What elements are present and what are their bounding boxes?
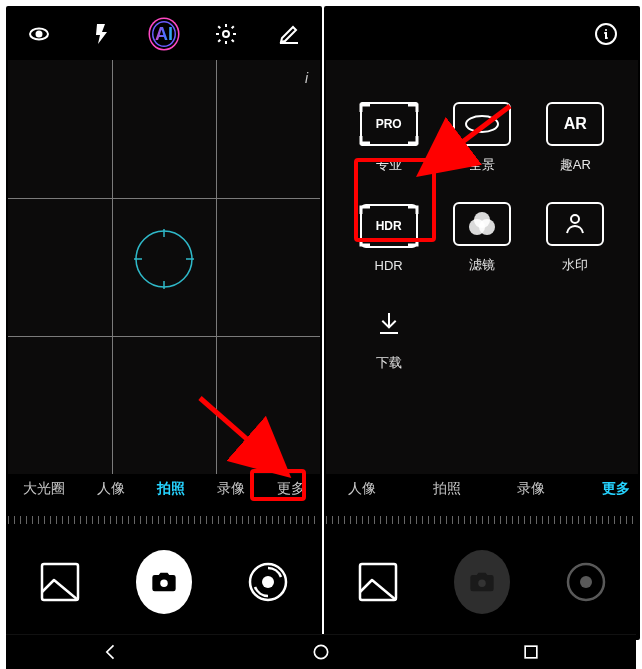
svg-rect-21 — [525, 646, 537, 658]
tile-label: 滤镜 — [469, 256, 495, 274]
zoom-ruler[interactable] — [326, 510, 638, 524]
svg-point-1 — [37, 32, 42, 37]
mode-more[interactable]: 更多 — [273, 474, 309, 504]
switch-camera-icon[interactable] — [240, 554, 296, 610]
shutter-button[interactable] — [136, 554, 192, 610]
mode-video[interactable]: 录像 — [513, 474, 549, 504]
tile-label: HDR — [375, 258, 403, 273]
phone-right: PRO 专业 全景 AR 趣AR — [324, 6, 640, 640]
eye-icon[interactable] — [25, 20, 53, 48]
mode-portrait[interactable]: 人像 — [93, 474, 129, 504]
viewfinder[interactable]: i — [8, 60, 320, 474]
tile-label: 专业 — [376, 156, 402, 174]
phone-left: AI i 大光圈 人像 拍照 — [6, 6, 322, 640]
camera-topbar — [326, 8, 638, 60]
more-panel: PRO 专业 全景 AR 趣AR — [326, 60, 638, 474]
nav-recent-icon[interactable] — [520, 641, 542, 663]
filter-icon — [453, 202, 511, 246]
svg-point-15 — [478, 579, 485, 586]
android-navbar — [6, 634, 636, 669]
switch-camera-icon — [558, 554, 614, 610]
mode-more[interactable]: 更多 — [598, 474, 634, 504]
nav-home-icon[interactable] — [310, 641, 332, 663]
tile-pro[interactable]: PRO 专业 — [344, 90, 433, 186]
download-icon — [362, 304, 416, 344]
mode-selector: 人像 拍照 录像 更多 — [326, 474, 642, 506]
tutorial-composite: AI i 大光圈 人像 拍照 — [0, 0, 642, 669]
zoom-ruler[interactable] — [8, 510, 320, 524]
nav-back-icon[interactable] — [100, 641, 122, 663]
tile-label: 趣AR — [560, 156, 591, 174]
tile-panorama[interactable]: 全景 — [437, 90, 526, 186]
bottom-bar — [8, 526, 320, 638]
tile-filter[interactable]: 滤镜 — [437, 190, 526, 286]
svg-point-17 — [580, 576, 592, 588]
mode-selector: 大光圈 人像 拍照 录像 更多 — [9, 474, 319, 506]
tile-label: 水印 — [562, 256, 588, 274]
flash-icon[interactable] — [88, 20, 116, 48]
shutter-button — [454, 554, 510, 610]
watermark-icon — [546, 202, 604, 246]
hdr-icon: HDR — [360, 204, 418, 248]
info-circle-icon[interactable] — [592, 20, 620, 48]
gallery-thumb[interactable] — [350, 554, 406, 610]
mode-portrait[interactable]: 人像 — [344, 474, 380, 504]
svg-point-5 — [160, 579, 167, 586]
gallery-thumb[interactable] — [32, 554, 88, 610]
mode-photo[interactable]: 拍照 — [153, 474, 189, 504]
tile-ar[interactable]: AR 趣AR — [531, 90, 620, 186]
svg-point-2 — [223, 31, 229, 37]
edit-pen-icon[interactable] — [275, 20, 303, 48]
ar-icon: AR — [546, 102, 604, 146]
svg-point-20 — [314, 645, 327, 658]
tile-download[interactable]: 下载 — [344, 290, 433, 386]
pro-icon: PRO — [360, 102, 418, 146]
camera-topbar: AI — [8, 8, 320, 60]
mode-photo[interactable]: 拍照 — [429, 474, 465, 504]
mode-aperture[interactable]: 大光圈 — [19, 474, 69, 504]
tile-label: 下载 — [376, 354, 402, 372]
tile-hdr[interactable]: HDR HDR — [344, 190, 433, 286]
ai-icon[interactable]: AI — [150, 20, 178, 48]
tile-watermark[interactable]: 水印 — [531, 190, 620, 286]
mode-video[interactable]: 录像 — [213, 474, 249, 504]
settings-gear-icon[interactable] — [212, 20, 240, 48]
focus-ring-icon — [129, 224, 199, 294]
svg-point-12 — [474, 212, 490, 228]
svg-point-7 — [262, 576, 274, 588]
svg-point-3 — [136, 231, 192, 287]
bottom-bar — [326, 526, 638, 638]
panorama-icon — [453, 102, 511, 146]
tile-label: 全景 — [469, 156, 495, 174]
svg-point-13 — [571, 215, 579, 223]
tile-icon-label: AR — [564, 115, 587, 133]
svg-point-9 — [466, 116, 498, 132]
info-i-icon: i — [305, 70, 308, 86]
